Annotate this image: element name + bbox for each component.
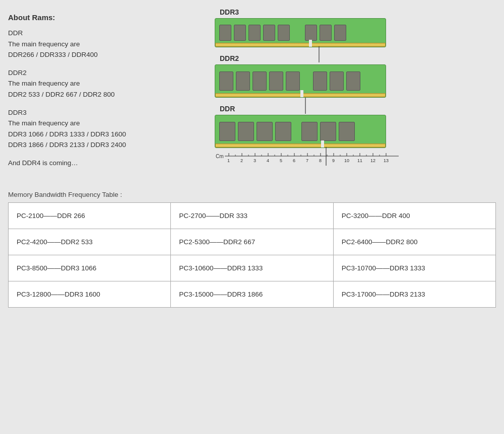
chip [286,71,300,91]
ddr4-note-block: And DDR4 is coming… [8,158,200,169]
chip [301,122,318,141]
bottom-section: Memory Bandwidth Frequency Table : PC-21… [8,191,496,308]
table-cell: PC2-4200——DDR2 533 [9,229,171,255]
table-row: PC3-8500——DDR3 1066PC3-10600——DDR3 1333P… [9,255,496,281]
table-title: Memory Bandwidth Frequency Table : [8,191,496,198]
bandwidth-table: PC-2100——DDR 266PC-2700——DDR 333PC-3200—… [8,202,496,308]
top-section: About Rams: DDR The main frequency are D… [8,8,496,181]
table-cell: PC3-12800——DDR3 1600 [9,281,171,307]
chip [219,122,235,141]
table-cell: PC3-17000——DDR3 2133 [333,281,495,307]
svg-text:5: 5 [280,158,282,163]
ruler-svg: Cm 1 2 3 4 5 6 7 8 [215,152,401,170]
ddr2-chips [219,71,382,91]
ddr2-label: DDR2 [220,54,406,62]
table-row: PC3-12800——DDR3 1600PC3-15000——DDR3 1866… [9,281,496,307]
ddr2-notch [300,90,303,97]
ddr1-freq-label: The main frequency are [8,39,200,50]
ddr-block-3: DDR3 The main frequency are DDR3 1066 / … [8,107,200,151]
table-cell: PC2-6400——DDR2 800 [333,229,495,255]
ddr2-freq-label: The main frequency are [8,78,200,89]
chip [278,25,290,41]
ddr3-section: DDR3 [215,8,406,47]
table-cell: PC3-10700——DDR3 1333 [333,255,495,281]
chip [339,122,355,141]
ddr3-freq-line1: DDR3 1066 / DDR3 1333 / DDR3 1600 [8,129,200,140]
ddr1-connector [215,143,386,148]
table-row: PC2-4200——DDR2 533PC2-5300——DDR2 667PC2-… [9,229,496,255]
ddr2-section: DDR2 [215,54,406,98]
chip [305,25,317,41]
left-text-panel: About Rams: DDR The main frequency are D… [8,8,200,181]
svg-text:11: 11 [357,158,362,163]
svg-text:1: 1 [227,158,230,163]
chip [263,25,275,41]
chip [238,122,254,141]
ddr-block-2: DDR2 The main frequency are DDR2 533 / D… [8,67,200,100]
chip [236,71,250,91]
chip [248,25,261,41]
ddr1-label: DDR [220,105,406,113]
ddr2-pcb [215,64,386,98]
ddr-block-1: DDR The main frequency are DDR266 / DDR3… [8,28,200,60]
svg-text:9: 9 [332,158,335,163]
ddr3-pcb [215,18,386,47]
svg-text:6: 6 [293,158,295,163]
svg-text:4: 4 [267,158,269,163]
chip [330,71,344,91]
ddr1-frequencies: DDR266 / DDR333 / DDR400 [8,49,200,60]
svg-text:2: 2 [240,158,243,163]
ddr1-stick [215,115,406,148]
svg-text:7: 7 [306,158,308,163]
table-cell: PC-2700——DDR 333 [171,202,333,229]
ddr1-type: DDR [8,28,200,39]
ddr1-notch [321,140,324,148]
ddr3-chips [219,25,382,41]
ddr3-notch [309,40,312,47]
ddr1-pcb [215,115,386,148]
chip [334,25,346,41]
ddr4-note: And DDR4 is coming… [8,158,200,169]
chip [219,71,233,91]
ddr2-type: DDR2 [8,67,200,79]
ddr2-stick [215,64,406,98]
table-row: PC-2100——DDR 266PC-2700——DDR 333PC-3200—… [9,202,496,229]
ddr3-freq-label: The main frequency are [8,118,200,129]
table-cell: PC3-15000——DDR3 1866 [171,281,333,307]
ddr3-connector [215,43,386,47]
chip [320,122,336,141]
svg-text:13: 13 [384,158,389,163]
table-cell: PC3-10600——DDR3 1333 [171,255,333,281]
ddr3-stick [215,18,406,47]
svg-text:3: 3 [254,158,256,163]
svg-text:10: 10 [344,158,349,163]
chip [275,122,291,141]
chip [257,122,273,141]
svg-text:Cm: Cm [216,154,224,159]
table-cell: PC3-8500——DDR3 1066 [9,255,171,281]
ddr1-section: DDR [215,105,406,148]
ruler-row: Cm 1 2 3 4 5 6 7 8 [215,152,406,170]
page-heading: About Rams: [8,13,200,22]
chip [219,25,231,41]
svg-text:8: 8 [319,158,322,163]
ddr3-type: DDR3 [8,107,200,118]
chip [346,71,360,91]
chip [313,71,327,91]
ddr2-frequencies: DDR2 533 / DDR2 667 / DDR2 800 [8,89,200,100]
right-diagram: DDR3 [210,8,496,181]
table-cell: PC2-5300——DDR2 667 [171,229,333,255]
chip [253,71,267,91]
table-cell: PC-3200——DDR 400 [333,202,495,229]
diagram-wrapper: DDR3 [215,8,406,170]
chip [234,25,246,41]
ddr3-label: DDR3 [220,8,406,16]
ddr1-chips [219,122,382,141]
chip [320,25,332,41]
ddr3-freq-line2: DDR3 1866 / DDR3 2133 / DDR3 2400 [8,139,200,151]
svg-text:12: 12 [370,158,375,163]
chip [269,71,283,91]
table-cell: PC-2100——DDR 266 [9,202,171,229]
